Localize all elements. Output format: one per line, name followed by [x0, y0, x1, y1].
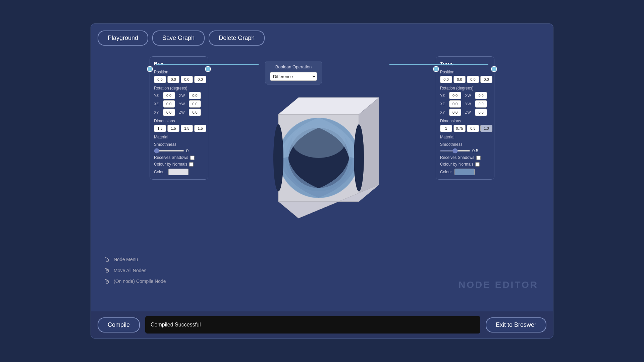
torus-dimensions-label: Dimensions: [440, 119, 490, 123]
box-position-label: Position: [154, 70, 204, 74]
legend-item-1: 🖱 Node Menu: [104, 254, 166, 265]
box-right-connector[interactable]: [205, 66, 211, 72]
torus-position-row: [440, 76, 490, 83]
torus-node: Torus Position Rotation (degrees) YZ XW …: [436, 56, 494, 180]
torus-colour-row: Colour: [440, 169, 490, 175]
box-smoothness-slider[interactable]: [154, 150, 184, 152]
box-material-label: Material: [154, 135, 204, 139]
torus-zw[interactable]: [475, 109, 487, 116]
torus-pos-x[interactable]: [440, 76, 452, 83]
box-rotation-label: Rotation (degrees): [154, 86, 204, 90]
box-colour-by-normals-label: Colour by Normals: [154, 162, 187, 167]
playground-button[interactable]: Playground: [98, 31, 148, 46]
box-colour-by-normals-row: Colour by Normals: [154, 162, 204, 167]
3d-preview-svg: [258, 74, 386, 235]
torus-colour-by-normals-label: Colour by Normals: [440, 162, 473, 167]
torus-pos-w[interactable]: [480, 76, 492, 83]
torus-xw-label: XW: [465, 94, 474, 98]
mouse-icon-2: 🖱: [104, 265, 110, 276]
delete-graph-button[interactable]: Delete Graph: [209, 31, 265, 46]
torus-title: Torus: [440, 61, 490, 66]
torus-xw[interactable]: [475, 92, 487, 99]
torus-yw[interactable]: [475, 100, 487, 108]
outer-background: Playground Save Graph Delete Graph Box P…: [0, 0, 644, 362]
torus-dim-3[interactable]: [467, 125, 479, 132]
box-dim-1[interactable]: [154, 125, 166, 132]
box-xy-label: XY: [154, 110, 162, 114]
torus-dim-1[interactable]: [440, 125, 452, 132]
torus-colour-label: Colour: [440, 170, 452, 174]
box-dimensions-row: [154, 125, 204, 132]
legend-item-2: 🖱 Move All Nodes: [104, 265, 166, 276]
top-buttons: Playground Save Graph Delete Graph: [98, 31, 546, 46]
torus-left-connector[interactable]: [433, 66, 439, 72]
torus-right-connector[interactable]: [491, 66, 497, 72]
save-graph-button[interactable]: Save Graph: [152, 31, 205, 46]
box-xw-label: XW: [179, 94, 188, 98]
box-dim-2[interactable]: [167, 125, 179, 132]
box-rotation-grid: YZ XW XZ YW XY ZW: [154, 92, 204, 116]
box-yz-label: YZ: [154, 94, 162, 98]
torus-smoothness-value: 0.5: [472, 148, 478, 153]
legend-label-3: (On node) Compile Node: [114, 277, 166, 286]
torus-receives-shadows-row: Receives Shadows: [440, 155, 490, 160]
box-left-connector[interactable]: [147, 66, 153, 72]
torus-pos-z[interactable]: [467, 76, 479, 83]
box-xy[interactable]: [163, 109, 175, 116]
box-colour-swatch[interactable]: [168, 169, 189, 175]
box-pos-x[interactable]: 0.0: [154, 76, 166, 83]
box-pos-z[interactable]: 0.0: [181, 76, 193, 83]
box-colour-by-normals-checkbox[interactable]: [189, 162, 194, 167]
torus-pos-y[interactable]: [453, 76, 466, 83]
torus-colour-by-normals-checkbox[interactable]: [475, 162, 480, 167]
box-receives-shadows-label: Receives Shadows: [154, 155, 188, 160]
torus-xy-label: XY: [440, 110, 448, 114]
box-yw[interactable]: [189, 100, 201, 108]
torus-yz[interactable]: [449, 92, 461, 99]
torus-xz-label: XZ: [440, 102, 448, 106]
box-title: Box: [154, 61, 204, 66]
mouse-icon-3: 🖱: [104, 276, 110, 287]
box-colour-row: Colour: [154, 169, 204, 175]
box-receives-shadows-row: Receives Shadows: [154, 155, 204, 160]
torus-colour-by-normals-row: Colour by Normals: [440, 162, 490, 167]
box-receives-shadows-checkbox[interactable]: [190, 156, 195, 160]
box-colour-label: Colour: [154, 170, 166, 174]
torus-dim-2[interactable]: [453, 125, 466, 132]
status-input[interactable]: [145, 316, 480, 334]
legend-label-1: Node Menu: [114, 255, 138, 264]
svg-point-13: [273, 124, 283, 191]
box-dim-4[interactable]: [194, 125, 206, 132]
torus-material-label: Material: [440, 135, 490, 139]
box-dim-3[interactable]: [181, 125, 193, 132]
exit-button[interactable]: Exit to Broswer: [486, 317, 546, 333]
box-yz[interactable]: [163, 92, 175, 99]
box-xz[interactable]: [163, 100, 175, 108]
node-editor-watermark: NODE EDITOR: [459, 280, 538, 290]
mouse-icon-1: 🖱: [104, 254, 110, 265]
torus-xz[interactable]: [449, 100, 461, 108]
box-zw-label: ZW: [179, 110, 188, 114]
box-pos-y[interactable]: 0.0: [167, 76, 179, 83]
box-position-row: 0.0 0.0 0.0 0.0: [154, 76, 204, 83]
torus-rotation-grid: YZ XW XZ YW XY ZW: [440, 92, 490, 116]
torus-position-label: Position: [440, 70, 490, 74]
box-pos-w[interactable]: 0.0: [194, 76, 206, 83]
torus-rotation-label: Rotation (degrees): [440, 86, 490, 90]
torus-dim-4[interactable]: [480, 125, 492, 132]
torus-xy[interactable]: [449, 109, 461, 116]
legend: 🖱 Node Menu 🖱 Move All Nodes 🖱 (On node)…: [104, 254, 166, 287]
box-zw[interactable]: [189, 109, 201, 116]
box-smoothness-value: 0: [186, 148, 189, 153]
box-smoothness-row: 0: [154, 148, 204, 153]
torus-receives-shadows-label: Receives Shadows: [440, 155, 474, 160]
box-xw[interactable]: [189, 92, 201, 99]
torus-smoothness-row: 0.5: [440, 148, 490, 153]
compile-button[interactable]: Compile: [98, 317, 140, 333]
torus-yw-label: YW: [465, 102, 474, 106]
torus-smoothness-slider[interactable]: [440, 150, 470, 152]
svg-point-14: [354, 124, 364, 191]
torus-receives-shadows-checkbox[interactable]: [476, 156, 481, 160]
torus-colour-swatch[interactable]: [454, 169, 475, 175]
editor-area: Box Position 0.0 0.0 0.0 0.0 Rotation (d…: [98, 52, 546, 320]
